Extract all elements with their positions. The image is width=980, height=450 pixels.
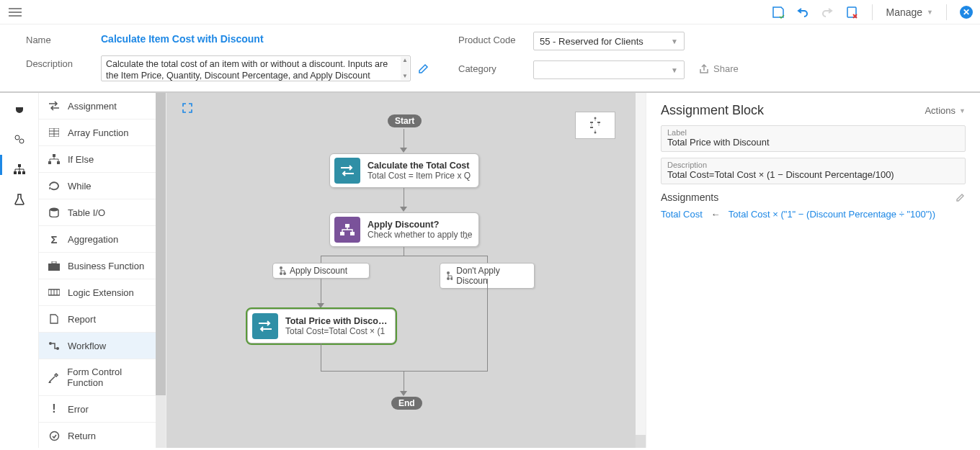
grid-icon: [48, 127, 61, 138]
svg-point-2: [19, 139, 24, 143]
svg-rect-12: [48, 264, 60, 271]
loop-icon: [48, 180, 61, 192]
svg-rect-6: [22, 171, 25, 174]
description-field[interactable]: Calculate the total cost of an item with…: [101, 55, 411, 81]
palette-item-form-control-function[interactable]: Form Control Function: [39, 359, 166, 396]
node-collapse-caret[interactable]: ⌃: [462, 235, 471, 246]
palette-item-table-io[interactable]: Table I/O: [39, 199, 166, 226]
svg-rect-22: [590, 127, 593, 128]
edit-assignments-icon[interactable]: [956, 192, 966, 202]
inspector-title: Assignment Block: [661, 103, 764, 118]
product-code-select[interactable]: 55 - Reserved for Clients ▼: [533, 32, 685, 50]
palette-item-return[interactable]: Return: [39, 423, 166, 448]
node-calculate-total-cost[interactable]: Calculate the Total Cost Total Cost = It…: [329, 153, 479, 188]
svg-point-15: [49, 342, 52, 345]
svg-rect-10: [57, 161, 60, 164]
ext-icon: [48, 287, 61, 298]
svg-point-17: [50, 431, 58, 440]
sigma-icon: Σ: [48, 233, 61, 245]
tools-icon: [48, 372, 60, 383]
node-apply-discount-question[interactable]: Apply Discount? Check whether to apply t…: [329, 212, 479, 247]
delete-icon[interactable]: [845, 5, 859, 19]
palette-item-if-else[interactable]: If Else: [39, 146, 166, 173]
share-button[interactable]: Share: [699, 63, 739, 74]
start-node[interactable]: Start: [388, 114, 422, 127]
canvas-scrollbar[interactable]: [636, 93, 646, 448]
svg-rect-9: [48, 161, 51, 164]
inspector-label-field[interactable]: Label Total Price with Discount: [661, 125, 966, 152]
palette-item-array-function[interactable]: Array Function: [39, 120, 166, 146]
name-value: Calculate Item Cost with Discount: [101, 33, 264, 45]
svg-rect-8: [53, 154, 55, 157]
product-code-label: Product Code: [458, 32, 519, 45]
rail-hierarchy-icon[interactable]: [12, 162, 27, 176]
svg-rect-20: [590, 122, 593, 123]
briefcase-icon: [48, 260, 61, 271]
svg-rect-21: [597, 122, 600, 123]
svg-rect-23: [345, 224, 349, 228]
assign-arrow-icon: ←: [710, 209, 720, 220]
palette-item-while[interactable]: While: [39, 173, 166, 199]
name-label: Name: [26, 32, 86, 45]
return-icon: [48, 430, 61, 441]
branch-icon: [48, 153, 61, 165]
svg-rect-4: [14, 171, 17, 174]
manage-dropdown[interactable]: Manage ▼: [886, 6, 933, 18]
palette-item-logic-extension[interactable]: Logic Extension: [39, 279, 166, 306]
svg-rect-3: [18, 164, 21, 167]
svg-rect-13: [52, 261, 56, 264]
svg-point-26: [280, 266, 282, 269]
rail-plug-icon[interactable]: [12, 102, 27, 116]
rail-gears-icon[interactable]: [12, 132, 27, 146]
redo-icon[interactable]: [820, 5, 834, 19]
svg-rect-5: [18, 171, 21, 174]
description-scrollbar[interactable]: ▲▼: [401, 57, 409, 80]
assignment-expression[interactable]: Total Cost ← Total Cost × ("1" − (Discou…: [661, 209, 966, 220]
block-palette: Assignment Array Function If Else While …: [39, 93, 166, 448]
palette-item-report[interactable]: Report: [39, 306, 166, 333]
workflow-icon: [48, 340, 61, 351]
end-node[interactable]: End: [391, 397, 422, 410]
edit-description-icon[interactable]: [418, 63, 429, 74]
ifelse-node-icon: [334, 217, 360, 243]
flow-canvas[interactable]: Start Calculate the Total Cost Total Cos…: [166, 93, 636, 448]
expand-canvas-icon[interactable]: [182, 103, 192, 113]
svg-point-1: [15, 135, 19, 140]
db-icon: [48, 207, 61, 218]
branch-apply-discount[interactable]: Apply Discount: [272, 263, 370, 279]
palette-item-aggregation[interactable]: Σ Aggregation: [39, 226, 166, 253]
palette-item-assignment[interactable]: Assignment: [39, 93, 166, 120]
inspector-actions-dropdown[interactable]: Actions ▼: [925, 105, 966, 116]
palette-item-error[interactable]: ! Error: [39, 396, 166, 423]
doc-icon: [48, 313, 61, 325]
svg-point-11: [50, 208, 58, 212]
svg-point-28: [283, 272, 286, 275]
svg-rect-24: [340, 232, 344, 235]
svg-point-16: [56, 347, 59, 350]
palette-item-business-function[interactable]: Business Function: [39, 253, 166, 279]
assignment-node-icon: [252, 313, 278, 339]
inspector-panel: Assignment Block Actions ▼ Label Total P…: [646, 93, 980, 448]
svg-point-30: [447, 277, 450, 280]
assignment-node-icon: [334, 158, 360, 184]
svg-rect-25: [350, 232, 355, 235]
minimap[interactable]: [575, 112, 615, 139]
save-icon[interactable]: [771, 5, 785, 19]
node-total-price-with-discount[interactable]: Total Price with Discount Total Cost=Tot…: [247, 309, 396, 343]
rail-flask-icon[interactable]: [12, 192, 27, 207]
hamburger-menu-icon[interactable]: [9, 4, 24, 20]
undo-icon[interactable]: [796, 5, 810, 19]
svg-point-29: [447, 271, 450, 274]
swap-icon: [48, 100, 61, 112]
manage-label: Manage: [886, 6, 922, 18]
close-icon[interactable]: ✕: [960, 6, 973, 19]
category-label: Category: [458, 60, 519, 74]
svg-point-27: [280, 272, 282, 275]
description-label: Description: [26, 55, 86, 69]
palette-item-workflow[interactable]: Workflow: [39, 333, 166, 359]
exclaim-icon: !: [48, 403, 61, 415]
category-select[interactable]: ▼: [533, 60, 685, 79]
inspector-description-field[interactable]: Description Total Cost=Total Cost × (1 −…: [661, 158, 966, 184]
svg-point-31: [450, 277, 453, 280]
assignments-header: Assignments: [661, 192, 718, 203]
